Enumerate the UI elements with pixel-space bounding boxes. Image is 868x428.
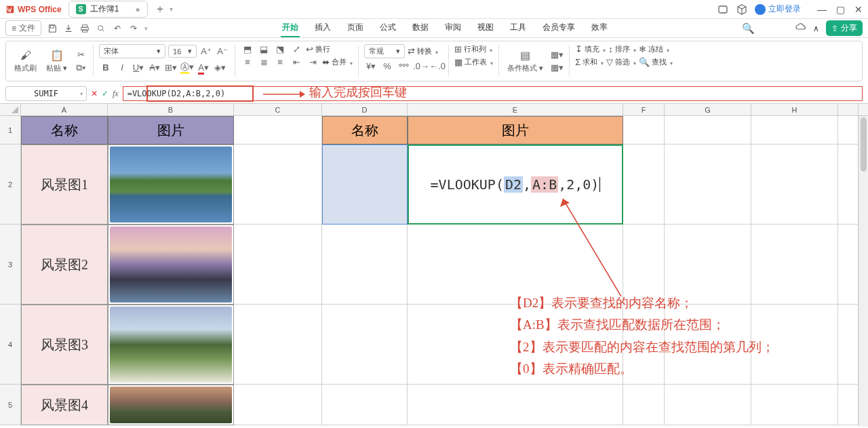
cell-style-icon[interactable]: ▦▾ — [550, 50, 564, 60]
thousand-sep-icon[interactable]: ᵒᵒᵒ — [397, 61, 410, 71]
underline-button[interactable]: U▾ — [132, 62, 145, 73]
bold-button[interactable]: B — [99, 62, 113, 73]
row-header-4[interactable]: 4 — [0, 305, 21, 385]
document-tab[interactable]: S 工作簿1 ● — [68, 1, 148, 18]
find-button[interactable]: 🔍查找 — [639, 57, 673, 67]
tab-formula[interactable]: 公式 — [378, 19, 397, 37]
cell-g2[interactable] — [665, 144, 751, 225]
name-box[interactable]: SUMIF▾ — [5, 86, 87, 101]
fill-color-button[interactable]: Ⓐ▾ — [180, 61, 194, 73]
cell-c2[interactable] — [234, 144, 322, 225]
tab-review[interactable]: 审阅 — [443, 19, 462, 37]
col-header-f[interactable]: F — [623, 104, 665, 115]
cell-d3[interactable] — [322, 225, 408, 305]
close-button[interactable]: ✕ — [854, 4, 863, 15]
cell-rest5[interactable] — [838, 385, 859, 425]
percent-icon[interactable]: % — [380, 61, 394, 71]
sort-button[interactable]: ↕排序 — [608, 44, 636, 54]
cell-d1[interactable]: 名称 — [322, 116, 408, 144]
cell-d5[interactable] — [322, 385, 408, 425]
paste-button[interactable]: 📋粘贴 ▾ — [43, 47, 70, 75]
export-icon[interactable] — [63, 23, 74, 34]
currency-icon[interactable]: ¥▾ — [364, 61, 378, 71]
print-icon[interactable] — [79, 23, 90, 34]
font-size-select[interactable]: 16▾ — [168, 45, 197, 58]
worksheet-button[interactable]: ▦工作表 — [454, 57, 493, 67]
decrease-decimal-icon[interactable]: ←.0 — [429, 61, 443, 71]
decrease-font-icon[interactable]: A⁻ — [216, 46, 229, 56]
align-bottom-icon[interactable]: ⬔ — [273, 44, 287, 54]
minimize-button[interactable]: — — [817, 4, 827, 15]
cell-h5[interactable] — [751, 385, 838, 425]
align-right-icon[interactable]: ≡ — [273, 57, 287, 67]
cell-f5[interactable] — [623, 385, 665, 425]
cell-e1[interactable]: 图片 — [408, 116, 623, 144]
tab-tools[interactable]: 工具 — [509, 19, 528, 37]
border-button[interactable]: ⊞▾ — [164, 62, 178, 73]
col-header-e[interactable]: E — [408, 104, 623, 115]
file-menu[interactable]: ≡文件 — [5, 20, 41, 36]
window-list-icon[interactable] — [717, 3, 729, 16]
fx-button[interactable]: fx — [113, 89, 119, 99]
cell-g3[interactable] — [665, 225, 751, 305]
cell-a4[interactable]: 风景图3 — [21, 305, 108, 385]
search-icon[interactable]: 🔍 — [742, 22, 755, 35]
col-header-g[interactable]: G — [665, 104, 751, 115]
font-select[interactable]: 宋体▾ — [99, 44, 165, 58]
cell-g4[interactable] — [665, 305, 751, 385]
undo-icon[interactable]: ↶ — [112, 23, 123, 34]
cell-h2[interactable] — [751, 144, 838, 225]
tab-member[interactable]: 会员专享 — [541, 19, 576, 37]
align-middle-icon[interactable]: ⬓ — [257, 44, 271, 54]
format-painter-button[interactable]: 🖌格式刷 — [12, 48, 39, 75]
cell-c3[interactable] — [234, 225, 322, 305]
tab-page[interactable]: 页面 — [346, 19, 365, 37]
print-preview-icon[interactable] — [96, 23, 106, 34]
align-left-icon[interactable]: ≡ — [241, 57, 254, 67]
freeze-button[interactable]: ❄冻结 — [639, 44, 669, 54]
cell-a2[interactable]: 风景图1 — [21, 144, 108, 225]
collapse-ribbon-icon[interactable]: ∧ — [813, 24, 819, 33]
indent-inc-icon[interactable]: ⇥ — [306, 57, 319, 67]
redo-icon[interactable]: ↷ — [128, 23, 139, 34]
font-color-button[interactable]: A▾ — [197, 62, 210, 73]
cell-a3[interactable]: 风景图2 — [21, 225, 108, 305]
row-header-3[interactable]: 3 — [0, 225, 21, 305]
cell-a5[interactable]: 风景图4 — [21, 385, 108, 425]
cell-f4[interactable] — [623, 305, 665, 385]
increase-font-icon[interactable]: A⁺ — [199, 46, 213, 56]
cell-e2-editing[interactable]: =VLOOKUP(D2,A:B,2,0) — [408, 144, 623, 225]
effects-button[interactable]: ◈▾ — [213, 62, 226, 73]
save-icon[interactable] — [47, 23, 58, 34]
tab-view[interactable]: 视图 — [476, 19, 495, 37]
wrap-button[interactable]: ↩换行 — [306, 44, 330, 54]
cell-d2[interactable] — [322, 144, 408, 225]
col-header-d[interactable]: D — [322, 104, 408, 115]
share-button[interactable]: ⇪分享 — [826, 20, 863, 36]
cell-c4[interactable] — [234, 305, 322, 385]
cell-h3[interactable] — [751, 225, 838, 305]
cell-b4[interactable] — [108, 305, 234, 385]
italic-button[interactable]: I — [115, 62, 129, 73]
row-header-5[interactable]: 5 — [0, 385, 21, 425]
cut-button[interactable]: ✂ — [74, 50, 87, 60]
cell-f2[interactable] — [623, 144, 665, 225]
cell-f3[interactable] — [623, 225, 665, 305]
merge-button[interactable]: ⬌合并 — [322, 57, 353, 67]
cloud-icon[interactable] — [795, 22, 806, 35]
cell-rest3[interactable] — [838, 225, 859, 305]
row-header-2[interactable]: 2 — [0, 144, 21, 225]
cell-rest2[interactable] — [838, 144, 859, 225]
tab-home[interactable]: 开始 — [281, 19, 300, 37]
cell-rest1[interactable] — [838, 116, 859, 144]
cell-h4[interactable] — [751, 305, 838, 385]
align-top-icon[interactable]: ⬒ — [241, 44, 254, 54]
tab-efficiency[interactable]: 效率 — [590, 19, 609, 37]
conditional-format-button[interactable]: ▤条件格式 ▾ — [505, 47, 546, 75]
cell-e3[interactable] — [408, 225, 623, 305]
cell-a1[interactable]: 名称 — [21, 116, 108, 144]
vertical-scrollbar[interactable] — [859, 116, 868, 427]
filter-button[interactable]: ▽筛选 — [606, 57, 636, 67]
col-header-c[interactable]: C — [234, 104, 322, 115]
row-header-1[interactable]: 1 — [0, 116, 21, 144]
